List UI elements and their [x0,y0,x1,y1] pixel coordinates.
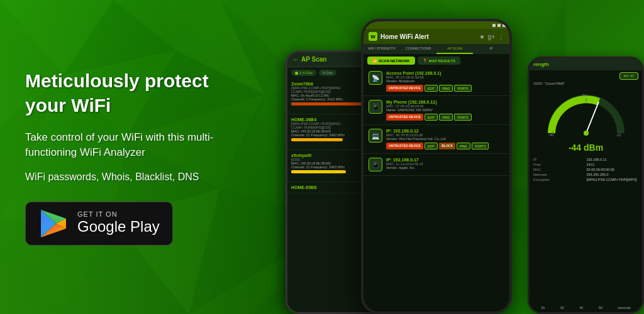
pr-ip-label: IP [533,158,586,161]
svg-text:-50: -50 [581,94,587,97]
pm-edit-btn-3[interactable]: EDIT [425,143,438,149]
pm-device-vendor-2: Name: SAMSUNG SM G900V [386,108,504,112]
pm-device-btns-3: UNTRUSTED DEVICE EDIT BLOCK PING PORTS [386,143,504,149]
phone-right-screen: rength MY IP SSID: "Zoom78b8" [530,58,642,312]
pm-device-item-4: 📱 IP: 192.168.0.17 MAC: 1c:1a:c0:b2:4b:2… [364,154,509,176]
pr-tick-seconds: seconds [618,306,631,310]
pm-ping-btn-2[interactable]: PING [439,114,453,121]
pr-ip-value: 192.168.0.11 [587,158,639,161]
pm-ping-btn-3[interactable]: PING [457,143,470,149]
left-section: Meticulously protect your WiFi Take cont… [0,56,277,258]
pm-tab-ap-scan[interactable]: AP SCAN [436,44,473,54]
pm-app-header: W Home WiFi Alert ★ g+ ⋮ [364,29,509,44]
pm-map-results-btn[interactable]: 📍 MAP RESULTS [418,57,460,65]
pm-star-icon: ★ [479,33,485,40]
play-store-icon [38,208,69,239]
pb-5ghz-tab[interactable]: 5 Ghz [319,70,336,76]
content-area: Meticulously protect your WiFi Take cont… [0,0,644,314]
pm-device-name-4: IP: 192.168.0.17 [386,158,504,162]
pr-tick-20: 20 [541,306,545,310]
pr-tick-50: 50 [599,306,602,310]
pm-nav-tabs: WIFI STRENGTH CONNECTIONS AP SCAN IP [364,44,509,54]
pm-device-vendor-4: Vendor: Apple, Inc. [386,166,504,170]
phone-right: rength MY IP SSID: "Zoom78b8" [528,57,644,314]
pr-header: rength [530,58,642,70]
pm-device-btns-2: UNTRUSTED DEVICE EDIT PING PORTS [386,114,504,121]
pm-scan-bar: 📶 SCAN NETWORK 📍 MAP RESULTS [364,54,509,67]
get-it-on-label: GET IT ON [77,210,160,218]
pm-wifi-icon [497,24,501,27]
pr-gauge-area: -90 -50 -10 [530,85,642,140]
pr-mac-label: MAC [533,168,586,171]
pm-app-title-text: Home WiFi Alert [380,33,429,40]
pb-signal-bar-2 [291,138,343,141]
pb-5ghz-label: 5 Ghz [323,71,333,75]
subtext: Take control of your WiFi with this mult… [25,130,252,160]
pm-device-icon-2: 📱 [369,100,382,114]
google-play-label: Google Play [77,218,160,236]
features-text: WiFi passwords, Whois, Blacklist, DNS [25,171,252,183]
pm-app-title: W Home WiFi Alert [369,32,429,41]
pr-info-grid: IP 192.168.0.11 Freq 2412 MAC 02:00:00:0… [530,155,642,184]
svg-text:-90: -90 [548,133,554,136]
pr-freq-value: 2412 [587,163,639,166]
pr-netmask-label: Netmask [533,173,586,176]
pr-tick-30: 30 [560,306,564,310]
pm-status-bar [364,21,509,29]
svg-text:-10: -10 [616,133,621,136]
pm-device-info-3: IP: 192.168.0.12 MAC: 38:78:3f:23:83:d8 … [386,129,504,149]
pm-device-item-1: 📡 Access Point (192.168.0.1) MAC: 80:10:… [364,67,509,96]
pb-signal-bar-1 [291,102,371,106]
pm-device-item-3: 💻 IP: 192.168.0.12 MAC: 38:78:3f:23:83:d… [364,125,509,154]
pm-device-info-1: Access Point (192.168.0.1) MAC: 80:10:1B… [386,71,504,92]
pm-ping-btn-1[interactable]: PING [439,85,453,92]
headline: Meticulously protect your WiFi [25,68,252,117]
phone-main: W Home WiFi Alert ★ g+ ⋮ WIFI STRENGTH C… [361,19,512,314]
pr-bottom-bar: 20 30 40 50 seconds [530,303,642,312]
pr-freq-label: Freq [533,163,586,166]
pm-untrusted-btn-1[interactable]: UNTRUSTED DEVICE [386,85,423,92]
pb-24ghz-dot [295,72,298,75]
pm-header-icons: ★ g+ ⋮ [479,33,504,40]
pm-edit-btn-2[interactable]: EDIT [425,114,438,121]
pb-signal-bar-3 [291,170,346,173]
pm-wifi-scan-icon: 📶 [372,58,377,63]
pm-map-icon: 📍 [423,58,427,63]
pb-24ghz-tab[interactable]: 2.4 Ghz [291,70,316,76]
pm-tab-wifi-strength[interactable]: WIFI STRENGTH [364,44,400,54]
pm-device-name-3: IP: 192.168.0.12 [386,129,504,133]
pm-device-vendor-1: Vendor: Broadcom [386,79,504,83]
pb-ap-scan-title: AP Scan [301,56,326,63]
pm-ports-btn-2[interactable]: PORTS [454,114,471,121]
svg-point-30 [584,131,589,136]
pm-device-item-2: 📱 My Phone (192.168.0.11) MAC: 07:00:00:… [364,96,509,125]
pm-scan-network-btn[interactable]: 📶 SCAN NETWORK [367,57,415,65]
pr-tick-40: 40 [579,306,583,310]
pm-share-icon: g+ [488,33,495,40]
phone-main-screen: W Home WiFi Alert ★ g+ ⋮ WIFI STRENGTH C… [364,21,509,311]
pm-block-btn-3[interactable]: BLOCK [439,143,455,149]
pr-my-ip-btn[interactable]: MY IP [619,72,638,80]
pm-ports-btn-3[interactable]: PORTS [472,143,489,149]
pm-untrusted-btn-2[interactable]: UNTRUSTED DEVICE [386,114,423,121]
pm-tab-ip[interactable]: IP [473,44,509,54]
pm-tab-connections[interactable]: CONNECTIONS [400,44,436,54]
pr-my-ip-area: MY IP [530,70,642,82]
pm-edit-btn-1[interactable]: EDIT [425,85,438,92]
pm-untrusted-btn-3[interactable]: UNTRUSTED DEVICE [386,143,423,149]
pr-netmask-value: 255.255.255.0 [587,173,639,176]
pr-mac-value: 02:00:00:00:00:00 [587,168,639,171]
pm-device-vendor-3: Vendor: Hon Hai Precision Ind. Co.,Ltd [386,137,504,141]
pm-menu-icon: ⋮ [498,33,504,40]
pm-ports-btn-1[interactable]: PORTS [454,85,471,92]
pm-device-info-4: IP: 192.168.0.17 MAC: 1c:1a:c0:b2:4b:22 … [386,158,504,170]
pr-dbm-value: -44 dBm [530,140,642,155]
pr-enc-label: Encryption [533,178,586,181]
pr-enc-value: [WPA2-PSK-CCMP+TKIP][WPS] [587,178,639,181]
pm-device-icon-3: 💻 [369,129,382,143]
google-play-button[interactable]: GET IT ON Google Play [25,202,173,246]
pr-signal-gauge: -90 -50 -10 [545,89,627,136]
pm-signal-icon [492,24,496,27]
pm-device-btns-1: UNTRUSTED DEVICE EDIT PING PORTS [386,85,504,92]
pm-device-name-1: Access Point (192.168.0.1) [386,71,504,75]
